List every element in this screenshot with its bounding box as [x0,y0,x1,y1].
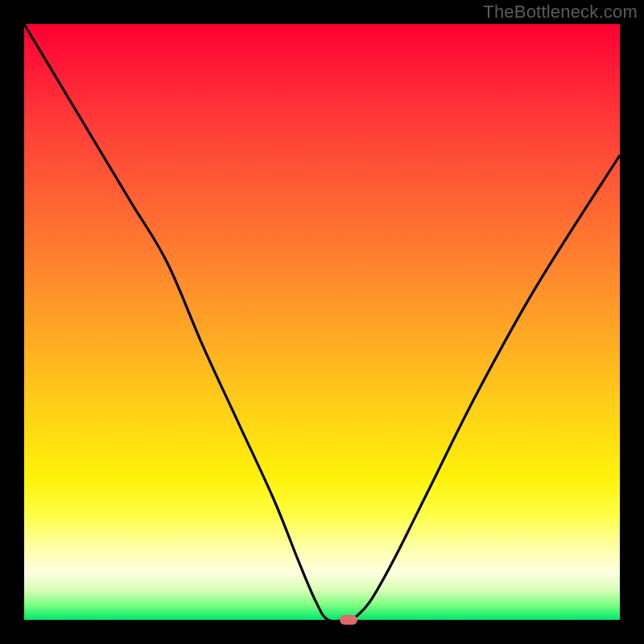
curve-path [24,24,620,620]
watermark-text: TheBottleneck.com [483,2,638,23]
bottleneck-curve [24,24,620,620]
chart-frame: TheBottleneck.com [0,0,644,644]
plot-area [24,24,620,620]
optimum-marker [340,615,357,625]
